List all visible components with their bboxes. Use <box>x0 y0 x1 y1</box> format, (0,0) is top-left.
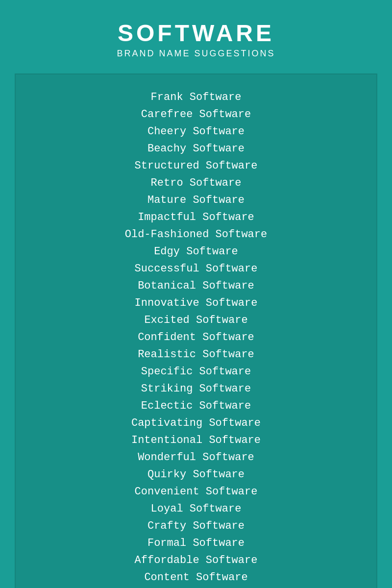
subtitle: BRAND NAME SUGGESTIONS <box>117 49 275 59</box>
brand-item: Specific Software <box>141 364 251 380</box>
brand-item: Quirky Software <box>147 466 245 483</box>
brand-item: Frank Software <box>151 89 242 105</box>
brand-item: Beachy Software <box>147 141 245 157</box>
brand-item: Affordable Software <box>135 552 258 568</box>
brand-item: Wonderful Software <box>138 449 254 466</box>
brand-item: Loyal Software <box>151 501 242 517</box>
brand-item: Carefree Software <box>141 106 251 122</box>
header-section: SOFTWARE BRAND NAME SUGGESTIONS <box>117 20 275 59</box>
brand-item: Structured Software <box>135 158 258 174</box>
brand-item: Retro Software <box>151 175 242 191</box>
brand-item: Innovative Software <box>135 295 258 311</box>
brand-item: Content Software <box>144 569 247 586</box>
brand-item: Captivating Software <box>131 415 261 431</box>
brand-item: Cheery Software <box>147 123 245 140</box>
brand-item: Formal Software <box>147 535 245 551</box>
brand-item: Excited Software <box>144 312 247 328</box>
brand-item: Edgy Software <box>154 244 238 260</box>
content-box: Frank SoftwareCarefree SoftwareCheery So… <box>15 74 377 588</box>
brand-item: Convenient Software <box>135 484 258 500</box>
brand-item: Striking Software <box>141 381 251 397</box>
brand-item: Old-Fashioned Software <box>125 226 267 243</box>
page-wrapper: SOFTWARE BRAND NAME SUGGESTIONS Frank So… <box>0 0 392 588</box>
brand-item: Mature Software <box>147 192 245 208</box>
brand-item: Botanical Software <box>138 278 254 294</box>
brand-item: Successful Software <box>135 261 258 277</box>
brand-item: Crafty Software <box>147 518 245 534</box>
brand-item: Eclectic Software <box>141 398 251 414</box>
brand-item: Confident Software <box>138 329 254 345</box>
brand-list: Frank SoftwareCarefree SoftwareCheery So… <box>25 89 367 588</box>
brand-item: Impactful Software <box>138 209 254 225</box>
main-title: SOFTWARE <box>117 20 275 47</box>
brand-item: Realistic Software <box>138 346 254 363</box>
brand-item: Intentional Software <box>131 432 261 448</box>
